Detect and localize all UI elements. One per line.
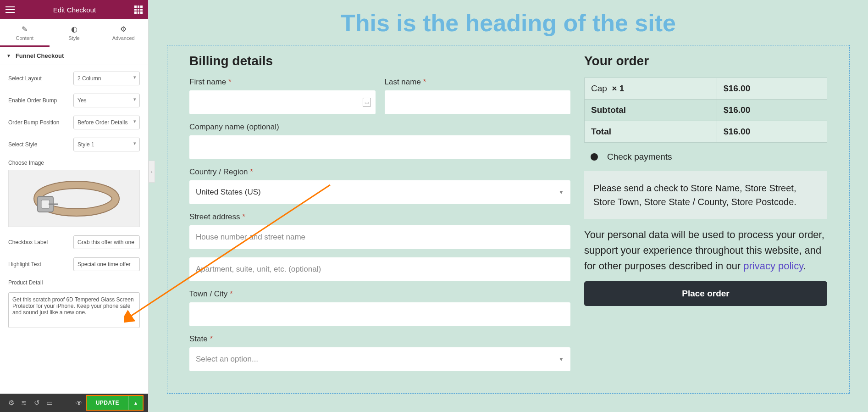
page-preview: This is the heading of the site Billing … [149, 0, 868, 412]
belt-image [28, 178, 120, 219]
last-name-input[interactable] [385, 90, 571, 114]
chevron-down-icon: ▼ [558, 189, 564, 195]
settings-icon[interactable]: ⚙ [5, 399, 17, 407]
fields-area: Select Layout 2 Column Enable Order Bump… [0, 65, 148, 394]
select-style[interactable]: Style 1 [73, 138, 140, 151]
update-button[interactable]: UPDATE [87, 396, 128, 410]
collapse-panel-handle[interactable]: ‹ [149, 161, 155, 183]
gear-icon: ⚙ [99, 25, 148, 33]
panel-tabs: ✎Content ◐Style ⚙Advanced [0, 19, 148, 47]
order-bump-position-label: Order Bump Position [8, 119, 59, 126]
order-item-cell: Cap × 1 [585, 78, 717, 100]
country-label: Country / Region * [189, 167, 570, 177]
privacy-text: Your personal data will be used to proce… [584, 227, 827, 274]
contact-card-icon: ▭ [363, 98, 371, 107]
chevron-down-icon: ▼ [558, 356, 564, 362]
country-select[interactable]: United States (US) ▼ [189, 180, 570, 204]
preview-icon[interactable]: 👁 [73, 399, 86, 407]
company-label: Company name (optional) [189, 122, 570, 132]
history-icon[interactable]: ↺ [30, 399, 43, 407]
table-row: Cap × 1 $16.00 [585, 78, 827, 100]
select-layout-label: Select Layout [8, 75, 42, 82]
product-image-preview[interactable] [8, 170, 140, 227]
checkbox-label-label: Checkbox Label [8, 239, 48, 245]
town-input[interactable] [189, 302, 570, 326]
street-address-2-input[interactable] [189, 257, 570, 281]
street-label: Street address * [189, 212, 570, 222]
contrast-icon: ◐ [50, 25, 99, 33]
first-name-label: First name * [189, 78, 376, 87]
panel-header: Edit Checkout [0, 0, 148, 19]
editor-panel: Edit Checkout ✎Content ◐Style ⚙Advanced … [0, 0, 149, 412]
section-label: Funnel Checkout [16, 52, 64, 59]
order-title: Your order [584, 54, 827, 68]
privacy-policy-link[interactable]: privacy policy [743, 260, 803, 272]
payment-method-label: Check payments [607, 152, 672, 162]
state-placeholder: Select an option... [196, 355, 258, 364]
select-layout[interactable]: 2 Column [73, 72, 140, 85]
country-value: United States (US) [196, 188, 261, 197]
choose-image-label: Choose Image [8, 160, 140, 166]
table-row: Total $16.00 [585, 121, 827, 143]
update-button-group: UPDATE ▲ [86, 395, 144, 411]
total-value: $16.00 [717, 121, 827, 143]
tab-style-label: Style [68, 35, 79, 41]
tab-advanced-label: Advanced [112, 35, 135, 41]
checkbox-label-input[interactable] [73, 235, 140, 249]
town-label: Town / City * [189, 290, 570, 299]
enable-order-bump-label: Enable Order Bump [8, 97, 57, 104]
order-item-price: $16.00 [717, 78, 827, 100]
last-name-label: Last name * [385, 78, 571, 87]
state-label: State * [189, 334, 570, 344]
panel-title: Edit Checkout [53, 6, 96, 14]
select-style-label: Select Style [8, 141, 37, 148]
order-section: Your order Cap × 1 $16.00 Subtotal $16.0… [584, 54, 827, 379]
first-name-input[interactable] [189, 90, 376, 114]
tab-content[interactable]: ✎Content [0, 19, 50, 47]
tab-advanced[interactable]: ⚙Advanced [99, 19, 148, 45]
order-table: Cap × 1 $16.00 Subtotal $16.00 Total $16… [584, 78, 827, 143]
street-address-1-input[interactable] [189, 225, 570, 249]
menu-icon[interactable] [6, 6, 15, 13]
pencil-icon: ✎ [0, 25, 50, 33]
checkout-widget: Billing details First name * ▭ Last name… [167, 45, 850, 394]
company-input[interactable] [189, 135, 570, 159]
update-options-button[interactable]: ▲ [128, 396, 143, 410]
navigator-icon[interactable]: ≋ [17, 399, 30, 407]
payment-info-box: Please send a check to Store Name, Store… [584, 171, 827, 219]
payment-method-row[interactable]: Check payments [584, 152, 827, 162]
highlight-text-input[interactable] [73, 257, 140, 271]
tab-style[interactable]: ◐Style [50, 19, 99, 45]
place-order-button[interactable]: Place order [584, 281, 827, 306]
billing-title: Billing details [189, 54, 570, 68]
section-funnel-checkout[interactable]: ▼ Funnel Checkout [0, 47, 148, 65]
responsive-icon[interactable]: ▭ [43, 399, 56, 407]
product-detail-textarea[interactable]: Get this scratch proof 6D Tempered Glass… [8, 292, 140, 328]
total-label: Total [585, 121, 717, 143]
product-detail-label: Product Detail [8, 279, 140, 286]
site-heading: This is the heading of the site [167, 9, 850, 37]
svg-rect-3 [41, 200, 50, 208]
state-select[interactable]: Select an option... ▼ [189, 347, 570, 371]
subtotal-label: Subtotal [585, 100, 717, 121]
tab-content-label: Content [16, 35, 34, 41]
apps-icon[interactable] [134, 6, 143, 14]
table-row: Subtotal $16.00 [585, 100, 827, 121]
subtotal-value: $16.00 [717, 100, 827, 121]
radio-selected-icon [591, 153, 598, 161]
highlight-text-label: Highlight Text [8, 261, 41, 267]
select-enable-order-bump[interactable]: Yes [73, 94, 140, 107]
panel-footer: ⚙ ≋ ↺ ▭ 👁 UPDATE ▲ [0, 394, 148, 412]
caret-down-icon: ▼ [6, 53, 11, 58]
select-order-bump-position[interactable]: Before Order Details [73, 116, 140, 129]
billing-section: Billing details First name * ▭ Last name… [189, 54, 570, 379]
